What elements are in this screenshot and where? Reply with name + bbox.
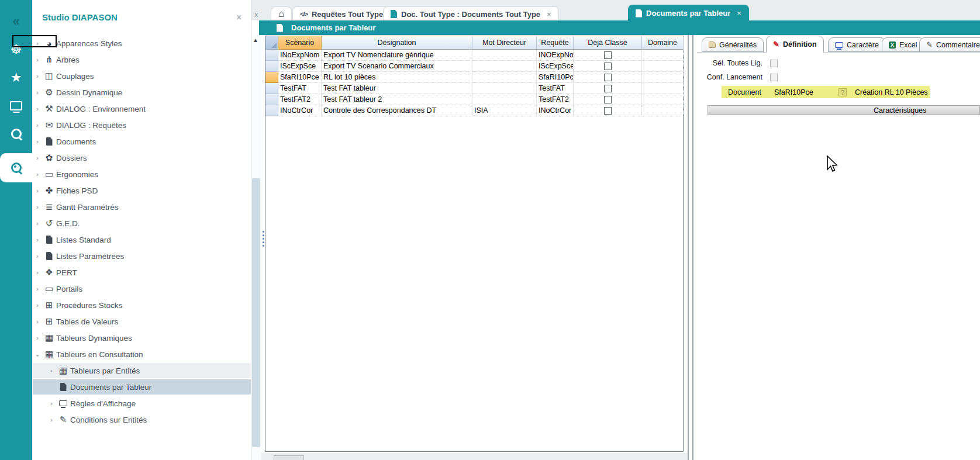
cell-mot_directeur[interactable] bbox=[472, 72, 537, 83]
cell-requete[interactable]: INOExpNom bbox=[537, 50, 574, 61]
cell-domaine[interactable] bbox=[642, 105, 684, 116]
tree-item-g-e-d-[interactable]: ›↺G.E.D. bbox=[33, 216, 237, 231]
cell-designation[interactable]: Test FAT tableur 2 bbox=[322, 94, 472, 105]
cell-designation[interactable]: Export TV Scenario Commerciaux bbox=[322, 61, 472, 72]
sel-toutes-lig-checkbox[interactable] bbox=[770, 60, 778, 67]
cell-domaine[interactable] bbox=[642, 61, 684, 72]
cell-scenario[interactable]: IScExpSce bbox=[278, 61, 322, 72]
detail-tab-caract-re[interactable]: Caractère bbox=[828, 37, 886, 52]
row-header[interactable] bbox=[265, 94, 278, 105]
chevron-right-icon[interactable]: › bbox=[33, 334, 42, 341]
vertical-splitter[interactable] bbox=[688, 35, 689, 460]
cell-mot_directeur[interactable] bbox=[472, 50, 537, 61]
tree-item-fiches-psd[interactable]: ›✤Fiches PSD bbox=[33, 183, 237, 198]
tree-item-conditions-sur-entit-s[interactable]: ›✎Conditions sur Entités bbox=[33, 412, 251, 427]
chevron-right-icon[interactable]: › bbox=[33, 154, 42, 161]
tree-item-apparences-styles[interactable]: ›◕Apparences Styles bbox=[33, 36, 237, 51]
tab-close-icon[interactable]: × bbox=[547, 10, 551, 19]
chevron-right-icon[interactable]: › bbox=[33, 105, 42, 112]
table-row[interactable]: IScExpSceExport TV Scenario CommerciauxI… bbox=[265, 61, 683, 72]
cell-requete[interactable]: SfaRI10Pce bbox=[537, 72, 574, 83]
cell-mot_directeur[interactable] bbox=[472, 83, 537, 94]
scroll-up-arrow-icon[interactable]: ▲ bbox=[253, 37, 258, 43]
document-value[interactable]: SfaRI10Pce bbox=[774, 88, 813, 96]
rail-item-screens[interactable] bbox=[0, 92, 32, 119]
cell-designation[interactable]: Test FAT tableur bbox=[322, 83, 472, 94]
chevron-right-icon[interactable]: › bbox=[33, 269, 42, 276]
tree-item-dialog-environnement[interactable]: ›⚒DIALOG : Environnement bbox=[33, 101, 237, 116]
detail-tab-g-n-ralit-s[interactable]: Généralités bbox=[702, 37, 764, 52]
rail-item-explorer[interactable] bbox=[0, 153, 32, 182]
rail-item-wheel[interactable]: ☸ bbox=[0, 36, 32, 63]
cell-requete[interactable]: IScExpSce bbox=[537, 61, 574, 72]
column-header-domaine[interactable]: Domaine bbox=[642, 36, 684, 50]
cell-mot_directeur[interactable] bbox=[472, 94, 537, 105]
chevron-right-icon[interactable]: › bbox=[33, 236, 42, 243]
tree-item-dossiers[interactable]: ›✿Dossiers bbox=[33, 150, 237, 165]
grid-footer-button[interactable] bbox=[274, 455, 304, 460]
tab-close-icon[interactable]: × bbox=[737, 9, 741, 18]
chevron-right-icon[interactable]: › bbox=[33, 203, 42, 210]
chevron-right-icon[interactable]: › bbox=[33, 318, 42, 325]
column-header-mot_directeur[interactable]: Mot Directeur bbox=[472, 36, 537, 50]
chevron-right-icon[interactable]: › bbox=[33, 220, 42, 227]
cell-scenario[interactable]: TestFAT bbox=[278, 83, 322, 94]
row-header[interactable] bbox=[265, 61, 278, 72]
rail-item-collapse-sidebar[interactable]: « bbox=[0, 8, 32, 35]
deja-classe-checkbox[interactable] bbox=[604, 107, 612, 115]
column-header-corner[interactable] bbox=[265, 36, 278, 50]
detail-tab-d-finition[interactable]: ✎Définition bbox=[766, 36, 824, 53]
chevron-right-icon[interactable]: › bbox=[33, 89, 42, 96]
chevron-right-icon[interactable]: › bbox=[33, 138, 42, 145]
cell-mot_directeur[interactable] bbox=[472, 61, 537, 72]
cell-designation[interactable]: Export TV Nomenclature génrique bbox=[322, 50, 472, 61]
tree-scrollbar[interactable]: ▲ bbox=[251, 35, 261, 460]
tree-item-arbres[interactable]: ›⋔Arbres bbox=[33, 52, 237, 67]
table-row[interactable]: TestFATTest FAT tableurTestFAT bbox=[265, 83, 683, 94]
deja-classe-checkbox[interactable] bbox=[604, 85, 612, 92]
tree-item-tableurs-dynamiques[interactable]: ›▦Tableurs Dynamiques bbox=[33, 330, 237, 345]
deja-classe-checkbox[interactable] bbox=[604, 74, 612, 81]
chevron-down-icon[interactable]: ⌄ bbox=[33, 351, 42, 358]
column-header-designation[interactable]: Désignation bbox=[322, 36, 472, 50]
tree-close-icon[interactable]: × bbox=[236, 12, 241, 23]
cell-domaine[interactable] bbox=[642, 94, 684, 105]
cell-requete[interactable]: TestFAT bbox=[537, 83, 574, 94]
chevron-right-icon[interactable]: › bbox=[33, 302, 42, 309]
chevron-right-icon[interactable]: › bbox=[47, 416, 56, 423]
table-row[interactable]: SfaRI10PceRL lot 10 piècesSfaRI10Pce bbox=[265, 72, 683, 83]
row-header[interactable] bbox=[265, 72, 278, 83]
tree-item-dessin-dynamique[interactable]: ›⚙Dessin Dynamique bbox=[33, 85, 237, 100]
chevron-right-icon[interactable]: › bbox=[33, 40, 42, 47]
cell-designation[interactable]: Controle des Correspondances DT bbox=[322, 105, 472, 116]
chevron-right-icon[interactable]: › bbox=[33, 187, 42, 194]
tree-item-tables-de-valeurs[interactable]: ›⊞Tables de Valeurs bbox=[33, 314, 237, 329]
tree-item-dialog-requ-tes[interactable]: ›✉DIALOG : Requêtes bbox=[33, 117, 237, 133]
tree-item-couplages[interactable]: ›◫Couplages bbox=[33, 68, 237, 84]
vertical-splitter[interactable] bbox=[692, 35, 693, 460]
detail-tab-excel[interactable]: XExcel bbox=[882, 37, 924, 52]
chevron-right-icon[interactable]: › bbox=[33, 56, 42, 63]
cell-scenario[interactable]: SfaRI10Pce bbox=[278, 72, 322, 83]
tree-item-portails[interactable]: ›▭Portails bbox=[33, 281, 237, 296]
table-row[interactable]: INoCtrCorControle des Correspondances DT… bbox=[265, 105, 683, 116]
cell-domaine[interactable] bbox=[642, 50, 684, 61]
cell-scenario[interactable]: INoExpNom bbox=[278, 50, 322, 61]
table-row[interactable]: INoExpNomExport TV Nomenclature génrique… bbox=[265, 50, 683, 61]
tree-item-pert[interactable]: ›❖PERT bbox=[33, 265, 237, 280]
rail-item-favorites[interactable]: ★ bbox=[0, 64, 32, 91]
cell-scenario[interactable]: TestFAT2 bbox=[278, 94, 322, 105]
tree-item-proc-dures-stocks[interactable]: ›⊞Procédures Stocks bbox=[33, 298, 237, 313]
column-header-requete[interactable]: Requête bbox=[537, 36, 574, 50]
cell-requete[interactable]: TestFAT2 bbox=[537, 94, 574, 105]
column-header-scenario[interactable]: Scénario bbox=[278, 36, 322, 50]
chevron-right-icon[interactable]: › bbox=[33, 72, 42, 79]
table-row[interactable]: TestFAT2Test FAT tableur 2TestFAT2 bbox=[265, 94, 683, 105]
chevron-right-icon[interactable]: › bbox=[33, 285, 42, 292]
cell-scenario[interactable]: INoCtrCor bbox=[278, 105, 322, 116]
chevron-right-icon[interactable]: › bbox=[47, 400, 56, 407]
tree-item-tableurs-en-consultation[interactable]: ⌄▦Tableurs en Consultation bbox=[33, 347, 237, 362]
tree-item-ergonomies[interactable]: ›▭Ergonomies bbox=[33, 167, 237, 182]
tree-item-listes-param-tr-es[interactable]: ›Listes Paramétrées bbox=[33, 248, 237, 264]
tabbar-close-icon[interactable]: x bbox=[254, 10, 258, 19]
